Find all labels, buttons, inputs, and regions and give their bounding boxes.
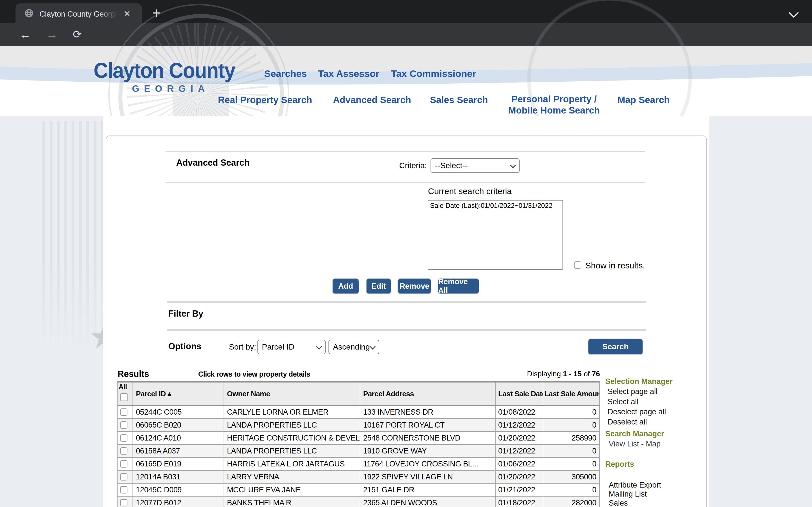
- select-all-label: All: [119, 383, 127, 391]
- new-tab-button[interactable]: +: [152, 5, 161, 21]
- add-button[interactable]: Add: [332, 278, 359, 294]
- row-checkbox[interactable]: [120, 460, 128, 467]
- column-header-last-sale-amount[interactable]: Last Sale Amount: [543, 383, 599, 405]
- row-checkbox-cell: [117, 445, 133, 457]
- cell-last-sale-amount: 258990: [543, 432, 599, 444]
- row-checkbox[interactable]: [120, 434, 128, 442]
- table-row[interactable]: 06158A A037LANDA PROPERTIES LLC1910 GROV…: [117, 445, 599, 458]
- page: Clayton County Georgia - Adva ✕ + ← → ⟳ …: [0, 0, 812, 507]
- reload-button[interactable]: ⟳: [73, 23, 82, 46]
- sidebar-link[interactable]: Select page all: [605, 386, 693, 397]
- table-row[interactable]: 12045C D009MCCLURE EVA JANE2151 GALE DR0…: [117, 484, 599, 497]
- column-header-last-sale-date[interactable]: Last Sale Date: [496, 383, 543, 405]
- sort-field-value: Parcel ID: [262, 342, 294, 351]
- cell-last-sale-amount: 305000: [543, 471, 599, 483]
- criteria-select[interactable]: --Select--: [430, 158, 520, 173]
- cell-last-sale-date: 01/12/2022: [496, 419, 543, 431]
- table-row[interactable]: 12014A B031LARRY VERNA1922 SPIVEY VILLAG…: [117, 471, 599, 484]
- sidebar-link[interactable]: Sales: [605, 499, 693, 507]
- sidebar-link[interactable]: Select all: [605, 397, 693, 407]
- results-table-body: 05244C C005CARLYLE LORNA OR ELMER133 INV…: [117, 406, 599, 507]
- nav-personal-property-mobile-home-search[interactable]: Personal Property / Mobile Home Search: [507, 94, 601, 116]
- cell-last-sale-amount: 282000: [543, 497, 599, 507]
- cell-owner-name: CARLYLE LORNA OR ELMER: [224, 406, 360, 418]
- tab-search-chevron-icon[interactable]: [789, 8, 799, 18]
- table-row[interactable]: 05244C C005CARLYLE LORNA OR ELMER133 INV…: [117, 406, 599, 419]
- nav-searches[interactable]: Searches: [264, 68, 307, 79]
- cell-parcel-id: 12077D B012: [133, 497, 224, 507]
- browser-toolbar: ← → ⟳ publicaccess.claytoncountyga.gov/s…: [0, 23, 812, 46]
- cell-owner-name: HARRIS LATEKA L OR JARTAGUS: [224, 458, 360, 470]
- column-header-parcel-address[interactable]: Parcel Address: [360, 383, 496, 405]
- tab-strip: Clayton County Georgia - Adva ✕ +: [0, 0, 812, 23]
- cell-owner-name: BANKS THELMA R: [224, 497, 360, 507]
- nav-map-search[interactable]: Map Search: [617, 95, 670, 105]
- nav-sales-search[interactable]: Sales Search: [430, 95, 488, 105]
- select-all-cell: All: [117, 383, 133, 405]
- sidebar-section: Search ManagerView List - Map: [605, 429, 693, 449]
- table-row[interactable]: 06124C A010HERITAGE CONSTRUCTION & DEVEL…: [117, 432, 599, 445]
- select-all-checkbox[interactable]: [120, 393, 128, 401]
- cell-parcel-address: 2365 ALDEN WOODS: [360, 497, 496, 507]
- row-checkbox[interactable]: [120, 499, 128, 506]
- search-button[interactable]: Search: [588, 339, 643, 355]
- cell-parcel-address: 2548 CORNERSTONE BLVD: [360, 432, 496, 444]
- nav-tax-assessor[interactable]: Tax Assessor: [318, 68, 379, 79]
- cell-parcel-id: 05244C C005: [133, 406, 224, 418]
- forward-button[interactable]: →: [46, 23, 58, 46]
- table-row[interactable]: 06165D E019HARRIS LATEKA L OR JARTAGUS11…: [117, 458, 599, 471]
- cell-parcel-id: 12014A B031: [133, 471, 224, 483]
- row-checkbox-cell: [117, 497, 133, 507]
- cell-last-sale-amount: 0: [543, 419, 599, 431]
- nav-real-property-search[interactable]: Real Property Search: [218, 95, 312, 105]
- options-label: Options: [168, 341, 201, 351]
- row-checkbox[interactable]: [120, 486, 128, 494]
- row-checkbox[interactable]: [120, 473, 128, 481]
- cell-last-sale-amount: 0: [543, 445, 599, 457]
- tab-close-icon[interactable]: ✕: [123, 8, 131, 19]
- results-hint: Click rows to view property details: [198, 370, 310, 378]
- criteria-label: Criteria:: [399, 161, 427, 170]
- table-row[interactable]: 06065C B020LANDA PROPERTIES LLC10167 POR…: [117, 419, 599, 432]
- row-checkbox[interactable]: [120, 421, 128, 429]
- sort-direction-select[interactable]: Ascending: [328, 340, 379, 354]
- flag-watermark-stripes: [42, 121, 103, 355]
- row-checkbox-cell: [117, 458, 133, 470]
- sidebar-link[interactable]: Mailing List: [605, 490, 693, 499]
- displaying-prefix: Displaying: [527, 370, 561, 378]
- cell-last-sale-date: 01/06/2022: [496, 458, 543, 470]
- column-header-owner-name[interactable]: Owner Name: [224, 383, 360, 405]
- chevron-down-icon: [510, 162, 516, 168]
- show-in-results-label: Show in results.: [585, 261, 645, 270]
- cell-owner-name: HERITAGE CONSTRUCTION & DEVEL...: [224, 432, 360, 444]
- back-button[interactable]: ←: [19, 23, 31, 46]
- cell-parcel-address: 1922 SPIVEY VILLAGE LN: [360, 471, 496, 483]
- sidebar-section: Selection ManagerSelect page allSelect a…: [605, 376, 693, 427]
- chevron-down-icon: [316, 344, 322, 349]
- sidebar-link[interactable]: View List - Map: [605, 439, 693, 449]
- nav-tax-commissioner[interactable]: Tax Commissioner: [391, 68, 476, 79]
- results-title: Results: [117, 369, 149, 379]
- sort-field-select[interactable]: Parcel ID: [257, 340, 326, 354]
- divider: [167, 329, 646, 331]
- show-in-results-checkbox[interactable]: [574, 262, 581, 269]
- cell-owner-name: LANDA PROPERTIES LLC: [224, 419, 360, 431]
- remove-all-button[interactable]: Remove All: [438, 278, 479, 294]
- column-header-parcel-id[interactable]: Parcel ID▲: [133, 383, 224, 405]
- sidebar-link[interactable]: Deselect all: [605, 417, 693, 427]
- current-criteria-listbox[interactable]: Sale Date (Last):01/01/2022~01/31/2022: [428, 200, 563, 270]
- sidebar-link[interactable]: Deselect page all: [605, 407, 693, 417]
- sidebar-link[interactable]: Attribute Export: [605, 481, 693, 490]
- row-checkbox[interactable]: [120, 408, 128, 416]
- cell-parcel-address: 10167 PORT ROYAL CT: [360, 419, 496, 431]
- tab-title-fade: [99, 9, 122, 19]
- nav-advanced-search[interactable]: Advanced Search: [333, 95, 411, 105]
- remove-button[interactable]: Remove: [398, 278, 432, 294]
- site-logo-title[interactable]: Clayton County: [94, 58, 235, 82]
- row-checkbox-cell: [117, 432, 133, 444]
- criteria-item[interactable]: Sale Date (Last):01/01/2022~01/31/2022: [428, 201, 562, 211]
- cell-parcel-address: 1910 GROVE WAY: [360, 445, 496, 457]
- row-checkbox[interactable]: [120, 447, 128, 455]
- table-row[interactable]: 12077D B012BANKS THELMA R2365 ALDEN WOOD…: [117, 497, 599, 507]
- edit-button[interactable]: Edit: [366, 278, 391, 294]
